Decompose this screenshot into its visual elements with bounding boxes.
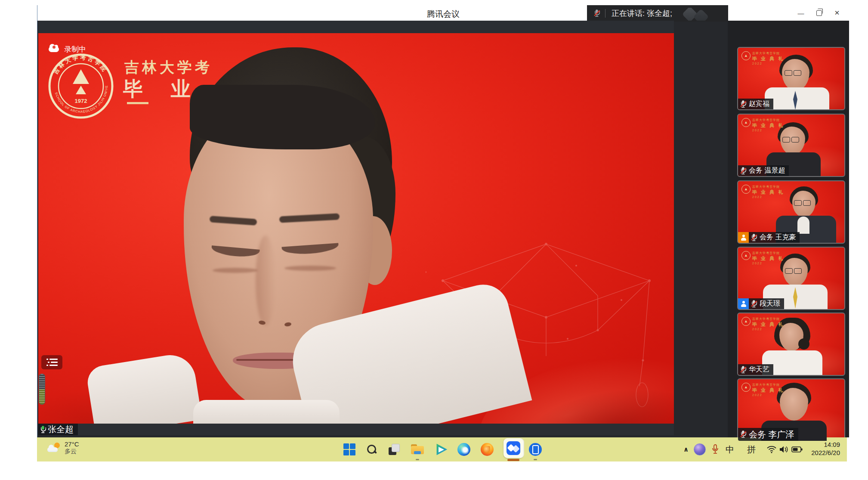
tray-app-avatar[interactable] — [693, 437, 707, 461]
phone-link-button[interactable] — [528, 442, 543, 457]
participant-label: 会务 李广泽 — [738, 428, 798, 441]
thumb-logo: ▲ 吉林大学考古学院 毕 业 典 礼 2022 — [741, 251, 784, 265]
battery-status[interactable] — [790, 437, 804, 461]
tencent-meeting-icon — [507, 441, 520, 455]
avatar — [694, 443, 706, 455]
side-panel-handle[interactable] — [39, 374, 45, 405]
window-controls: — ✕ — [795, 5, 843, 21]
mini-seal-icon: ▲ — [741, 251, 751, 260]
search-button[interactable] — [364, 442, 380, 457]
speaker-name-label: 张全超 — [38, 424, 78, 435]
mini-seal-icon: ▲ — [741, 118, 751, 127]
participant-label: 赵宾福 — [738, 99, 773, 109]
volume-status[interactable] — [778, 437, 791, 461]
divider — [605, 9, 605, 18]
firefox-icon — [481, 443, 494, 456]
active-app-indicator — [507, 459, 519, 461]
participant-name: 赵宾福 — [749, 99, 769, 108]
cloud-recording-icon — [49, 46, 59, 52]
active-mic-icon — [40, 426, 46, 434]
tray-microphone[interactable] — [709, 437, 721, 461]
task-view-button[interactable] — [386, 442, 402, 457]
list-icon — [46, 359, 58, 366]
edge-browser-button[interactable] — [456, 442, 472, 457]
minimize-button[interactable]: — — [795, 7, 807, 19]
mini-seal-icon: ▲ — [741, 185, 751, 194]
file-explorer-button[interactable] — [410, 442, 425, 457]
windows-taskbar: 27°C 多云 — [37, 437, 847, 461]
taskbar-clock[interactable]: 14:09 2022/6/20 — [811, 440, 840, 457]
muted-mic-icon — [594, 9, 599, 17]
hand-raised-badge — [738, 232, 749, 243]
participant-tile[interactable]: ▲ 吉林大学考古学院 毕 业 典 礼 2022 — [737, 180, 845, 244]
participant-name: 华天艺 — [749, 365, 769, 374]
title-bar: 腾讯会议 正在讲话: 张全超; — ✕ — [37, 5, 849, 21]
clock-time: 14:09 — [811, 440, 840, 449]
tencent-meeting-button[interactable] — [504, 438, 523, 458]
thumb-logo: ▲ 吉林大学考古学院 毕 业 典 礼 2022 — [741, 317, 784, 331]
ime-mode-indicator[interactable]: 拼 — [744, 437, 758, 461]
clock-date: 2022/6/20 — [811, 449, 840, 457]
thumb-logo: ▲ 吉林大学考古学院 毕 业 典 礼 2022 — [741, 185, 784, 198]
running-indicator — [416, 459, 419, 460]
restore-icon — [816, 10, 822, 16]
co-host-badge — [738, 298, 749, 309]
battery-icon — [791, 446, 803, 452]
muted-mic-icon — [740, 366, 746, 374]
recording-badge: 录制中 — [49, 44, 86, 54]
participant-tile[interactable]: ▲ 吉林大学考古学院 毕 业 典 礼 2022 — [737, 47, 845, 110]
participant-tile[interactable]: ▲ 吉林大学考古学院 毕 业 典 礼 2022 会务 — [737, 114, 845, 177]
speaker-portrait — [38, 33, 674, 424]
start-button[interactable] — [342, 442, 357, 457]
participant-label: 华天艺 — [738, 364, 773, 375]
participant-name: 会务 王克豪 — [760, 233, 796, 242]
weather-desc: 多云 — [65, 448, 79, 455]
participant-name: 段天璟 — [760, 299, 780, 308]
meeting-window: 腾讯会议 正在讲话: 张全超; — ✕ — [37, 5, 849, 437]
participant-label: 会务 王克豪 — [738, 232, 800, 243]
weather-temp: 27°C — [65, 440, 79, 448]
participant-label: 段天璟 — [738, 298, 784, 309]
muted-mic-icon — [751, 300, 757, 308]
tray-overflow-chevron[interactable]: ∧ — [681, 437, 691, 461]
participant-tile[interactable]: ▲ 吉林大学考古学院 毕 业 典 礼 2022 会务 李广泽 — [737, 378, 845, 442]
muted-mic-icon — [740, 100, 746, 108]
main-speaker-video: 录制中 吉林大学考古学院 SCHOOL OF ARCHAEOLOGY JILIN… — [38, 21, 674, 435]
close-button[interactable]: ✕ — [831, 7, 843, 19]
tencent-video-icon — [435, 443, 448, 456]
mini-seal-icon: ▲ — [741, 383, 751, 392]
edge-icon — [457, 443, 470, 456]
task-view-icon — [389, 444, 400, 455]
speaker-name: 张全超 — [48, 424, 74, 435]
mini-seal-icon: ▲ — [741, 51, 751, 60]
speaker-icon — [779, 446, 790, 453]
member-list-button[interactable] — [41, 355, 62, 369]
participant-tile[interactable]: ▲ 吉林大学考古学院 毕 业 典 礼 2022 — [737, 247, 845, 310]
search-icon — [367, 444, 377, 455]
thumb-logo: ▲ 吉林大学考古学院 毕 业 典 礼 2022 — [741, 51, 784, 65]
taskbar-weather-widget[interactable]: 27°C 多云 — [47, 440, 79, 455]
microphone-icon — [712, 444, 719, 455]
muted-mic-icon — [740, 430, 746, 438]
folder-icon — [411, 444, 424, 455]
muted-mic-icon — [751, 234, 757, 242]
windows-logo-icon — [343, 443, 355, 455]
recording-label: 录制中 — [64, 44, 86, 54]
speaking-status-text: 正在讲话: 张全超; — [612, 8, 672, 19]
speaking-status-box: 正在讲话: 张全超; — [587, 5, 728, 22]
tencent-video-button[interactable] — [434, 442, 449, 457]
ime-language-indicator[interactable]: 中 — [723, 437, 737, 461]
thumb-logo: ▲ 吉林大学考古学院 毕 业 典 礼 2022 — [741, 118, 784, 132]
participants-sidebar: ▲ 吉林大学考古学院 毕 业 典 礼 2022 — [728, 21, 849, 437]
firefox-button[interactable] — [479, 442, 495, 457]
wifi-icon — [767, 446, 776, 453]
tencent-meeting-watermark-icon — [681, 8, 715, 21]
participant-tile[interactable]: ▲ 吉林大学考古学院 毕 业 典 礼 2022 华天 — [737, 313, 845, 376]
restore-button[interactable] — [813, 7, 825, 19]
video-feed: 录制中 吉林大学考古学院 SCHOOL OF ARCHAEOLOGY JILIN… — [38, 33, 674, 424]
muted-mic-icon — [740, 167, 746, 175]
wifi-status[interactable] — [765, 437, 778, 461]
participant-name: 会务 李广泽 — [749, 429, 794, 440]
phone-icon — [529, 443, 542, 456]
running-indicator — [534, 459, 537, 460]
